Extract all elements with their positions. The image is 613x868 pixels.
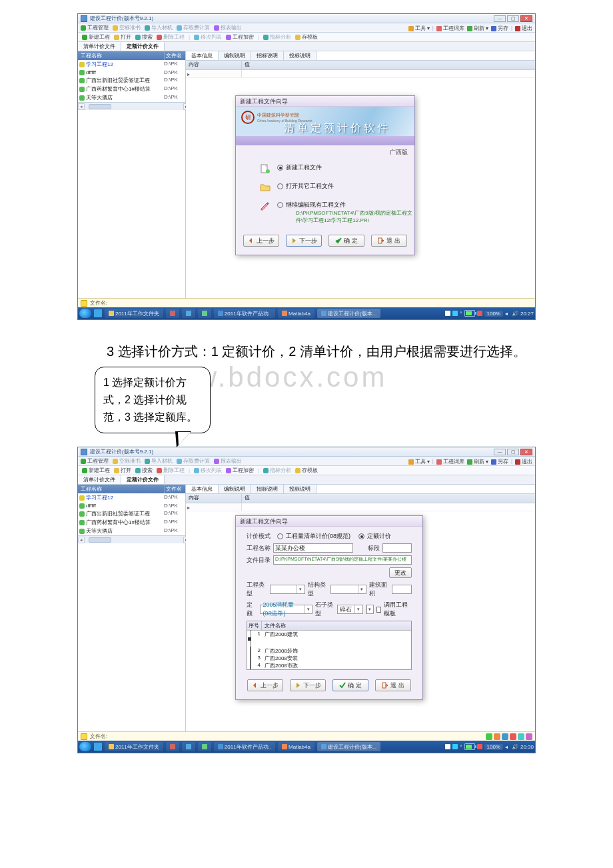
sec-toolbar-item-6[interactable]: 指标分析 bbox=[263, 467, 291, 474]
ok-button[interactable]: 确 定 bbox=[332, 679, 368, 691]
version-input[interactable] bbox=[382, 543, 412, 553]
toolbar-item-0[interactable]: 工程管理 bbox=[81, 24, 109, 31]
tree-scrollbar[interactable]: ◂ ▸ bbox=[78, 535, 185, 543]
tab-quota-pricing[interactable]: 定额计价文件 bbox=[121, 475, 165, 484]
maximize-button[interactable]: ▢ bbox=[507, 15, 519, 22]
project-row[interactable]: 天等大酒店D:\PK bbox=[78, 527, 185, 535]
change-path-button[interactable]: 更改 bbox=[389, 567, 412, 578]
next-button[interactable]: 下一步 bbox=[286, 235, 322, 247]
minimize-button[interactable]: — bbox=[494, 15, 506, 22]
project-row[interactable]: 广西出新旧社贸委签证工程D:\PK bbox=[78, 76, 185, 85]
scroll-thumb[interactable] bbox=[89, 104, 111, 109]
project-row[interactable]: dfffffD:\PK bbox=[78, 69, 185, 76]
toolbar-item-3[interactable]: 存取费计算 bbox=[177, 457, 210, 465]
tab-basic-info[interactable]: 基本信息 bbox=[186, 485, 219, 493]
toolbar-item-0[interactable]: 工程管理 bbox=[81, 457, 109, 465]
use-template-checkbox[interactable]: 调用工程模板 bbox=[376, 601, 412, 618]
close-button[interactable]: ✕ bbox=[520, 449, 532, 455]
sec-toolbar-item-4[interactable]: 移次列表 bbox=[194, 467, 222, 474]
ie-icon[interactable] bbox=[94, 743, 102, 751]
taskbar-item[interactable] bbox=[166, 309, 179, 318]
taskbar-item[interactable]: 2011年工作文件夹 bbox=[105, 742, 163, 751]
list-item[interactable]: 2广西2008装饰 bbox=[247, 647, 411, 655]
close-button[interactable]: ✕ bbox=[520, 15, 532, 22]
tray-icon[interactable] bbox=[445, 311, 450, 316]
tab-compile-note[interactable]: 编制说明 bbox=[219, 485, 251, 493]
checkbox-icon[interactable] bbox=[250, 669, 251, 670]
taskbar-item[interactable] bbox=[182, 309, 195, 318]
taskbar-item[interactable] bbox=[198, 742, 211, 751]
sec-toolbar-item-6[interactable]: 指标分析 bbox=[263, 33, 291, 41]
tab-bid-note[interactable]: 招标说明 bbox=[251, 485, 284, 493]
prev-button[interactable]: 上一步 bbox=[247, 679, 283, 691]
struct-type-select[interactable]: ▾ bbox=[330, 585, 366, 594]
toolbar-item-4[interactable]: 报表输出 bbox=[214, 457, 242, 465]
tray-icon[interactable] bbox=[445, 744, 450, 749]
tab-list-pricing[interactable]: 清单计价文件 bbox=[78, 42, 121, 51]
exit-button[interactable]: 退出 bbox=[515, 458, 532, 465]
start-button[interactable] bbox=[79, 309, 91, 318]
tray-expand-icon[interactable]: ◂ bbox=[505, 311, 508, 317]
saveas-button[interactable]: 另存 bbox=[491, 458, 508, 465]
path-input[interactable]: D:\PKPMSOFT\NETAT4\广西9版\我的定额工程文件\某某办公楼 bbox=[273, 555, 412, 565]
sec-toolbar-item-4[interactable]: 移次列表 bbox=[194, 33, 222, 41]
prev-button[interactable]: 上一步 bbox=[243, 235, 279, 247]
start-button[interactable] bbox=[79, 742, 91, 751]
checkbox-icon[interactable] bbox=[250, 647, 251, 654]
project-row[interactable]: dfffffD:\PK bbox=[78, 502, 185, 509]
tray-icon[interactable] bbox=[477, 311, 482, 316]
next-button[interactable]: 下一步 bbox=[290, 679, 326, 691]
project-name-input[interactable]: 某某办公楼 bbox=[273, 543, 353, 553]
tray-expand-icon[interactable]: ◂ bbox=[505, 744, 508, 750]
toolbar-item-1[interactable]: 空标准书 bbox=[113, 24, 141, 31]
toolbar-item-3[interactable]: 存取费计算 bbox=[177, 24, 210, 31]
tree-scrollbar[interactable]: ◂ ▸ bbox=[78, 102, 185, 110]
taskbar-item[interactable]: 2011年软件产品功.. bbox=[214, 309, 275, 318]
tray-icon[interactable] bbox=[477, 744, 482, 749]
option-new-project[interactable]: 新建工程文件 bbox=[277, 163, 322, 172]
sec-toolbar-item-3[interactable]: 删除工程 bbox=[157, 467, 185, 474]
maximize-button[interactable]: ▢ bbox=[507, 449, 519, 455]
taskbar-item[interactable]: 2011年软件产品功.. bbox=[214, 742, 275, 751]
taskbar-item[interactable]: 2011年工作文件夹 bbox=[105, 309, 163, 318]
list-item[interactable]: 4广西2008市政 bbox=[247, 662, 411, 669]
sec-toolbar-item-7[interactable]: 存模板 bbox=[295, 33, 318, 41]
sec-toolbar-item-0[interactable]: 新建工程 bbox=[82, 467, 110, 474]
checkbox-icon[interactable] bbox=[250, 654, 251, 661]
taskbar-item[interactable]: Matlab4a bbox=[278, 309, 314, 318]
taskbar-item[interactable] bbox=[182, 742, 195, 751]
tab-tender-note[interactable]: 投标说明 bbox=[284, 51, 316, 60]
stone-select[interactable]: 碎石▾ bbox=[337, 605, 363, 614]
sec-toolbar-item-0[interactable]: 新建工程 bbox=[82, 33, 110, 41]
volume-icon[interactable]: 🔊 bbox=[512, 311, 518, 317]
mode-list-radio[interactable]: 工程量清单计价(08规范) bbox=[277, 532, 350, 541]
tab-compile-note[interactable]: 编制说明 bbox=[219, 51, 251, 60]
sec-toolbar-item-7[interactable]: 存模板 bbox=[295, 467, 318, 474]
tab-list-pricing[interactable]: 清单计价文件 bbox=[78, 475, 121, 484]
list-item[interactable]: 3广西2008安装 bbox=[247, 655, 411, 662]
tools-menu[interactable]: 工具 ▾ bbox=[408, 458, 430, 465]
sec-toolbar-item-1[interactable]: 打开 bbox=[114, 33, 131, 41]
list-item[interactable]: 1广西2000建筑 bbox=[247, 631, 411, 647]
refresh-button[interactable]: 刷新 ▾ bbox=[467, 458, 488, 465]
area-input[interactable] bbox=[392, 585, 412, 594]
zoom-level[interactable]: 100% bbox=[484, 744, 503, 750]
tab-quota-pricing[interactable]: 定额计价文件 bbox=[121, 42, 165, 51]
sec-toolbar-item-2[interactable]: 搜索 bbox=[135, 33, 153, 41]
minimize-button[interactable]: — bbox=[494, 449, 506, 455]
project-row[interactable]: 学习工程12D:\PK bbox=[78, 60, 185, 69]
checkbox-icon[interactable] bbox=[247, 630, 254, 648]
sec-toolbar-item-5[interactable]: 工程加密 bbox=[226, 467, 254, 474]
tab-bid-note[interactable]: 招标说明 bbox=[251, 51, 284, 60]
sec-toolbar-item-1[interactable]: 打开 bbox=[114, 467, 131, 474]
sec-toolbar-item-3[interactable]: 删除工程 bbox=[157, 33, 185, 41]
exit-button[interactable]: 退 出 bbox=[371, 235, 407, 247]
project-row[interactable]: 天等大酒店D:\PK bbox=[78, 93, 185, 102]
list-item[interactable]: 5广西2008园林 bbox=[247, 669, 411, 670]
refresh-button[interactable]: 刷新 ▾ bbox=[467, 25, 488, 32]
tools-menu[interactable]: 工具 ▾ bbox=[408, 25, 430, 32]
scroll-left-arrow[interactable]: ◂ bbox=[78, 103, 85, 110]
tray-icon[interactable] bbox=[452, 311, 458, 316]
toolbar-item-4[interactable]: 报表输出 bbox=[214, 24, 242, 31]
quota-select[interactable]: 2005消耗量 (08清单)▾ bbox=[260, 605, 312, 614]
